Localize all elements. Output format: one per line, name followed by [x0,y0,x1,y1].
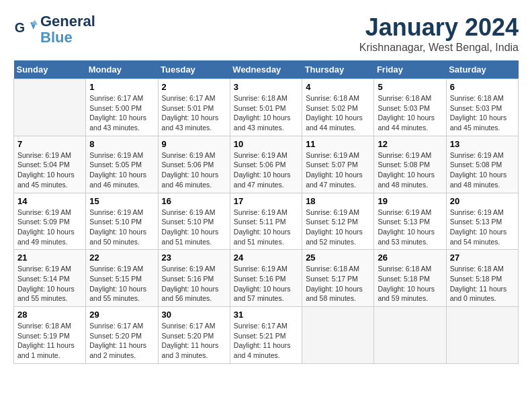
logo-icon: G [13,17,38,42]
weekday-header-saturday: Saturday [446,60,518,79]
calendar-cell: 10Sunrise: 6:19 AM Sunset: 5:06 PM Dayli… [230,136,302,193]
day-number: 23 [162,253,226,263]
day-info: Sunrise: 6:19 AM Sunset: 5:07 PM Dayligh… [306,150,370,190]
weekday-header-friday: Friday [374,60,446,79]
day-number: 24 [234,253,298,263]
calendar-title: January 2024 [359,13,519,42]
calendar-cell: 21Sunrise: 6:19 AM Sunset: 5:14 PM Dayli… [14,250,86,307]
day-number: 14 [17,196,82,206]
day-info: Sunrise: 6:19 AM Sunset: 5:08 PM Dayligh… [450,150,515,190]
calendar-cell: 9Sunrise: 6:19 AM Sunset: 5:06 PM Daylig… [158,136,230,193]
calendar-cell: 22Sunrise: 6:19 AM Sunset: 5:15 PM Dayli… [86,250,158,307]
title-block: January 2024 Krishnanagar, West Bengal, … [359,13,519,54]
svg-text:G: G [15,20,25,35]
day-info: Sunrise: 6:19 AM Sunset: 5:04 PM Dayligh… [17,150,82,190]
calendar-cell: 17Sunrise: 6:19 AM Sunset: 5:11 PM Dayli… [230,193,302,250]
calendar-cell: 20Sunrise: 6:19 AM Sunset: 5:13 PM Dayli… [446,193,518,250]
day-info: Sunrise: 6:17 AM Sunset: 5:00 PM Dayligh… [89,93,154,133]
day-info: Sunrise: 6:19 AM Sunset: 5:16 PM Dayligh… [234,264,298,304]
calendar-subtitle: Krishnanagar, West Bengal, India [359,42,519,54]
day-number: 18 [306,196,370,206]
day-number: 21 [17,253,82,263]
day-number: 26 [378,253,442,263]
calendar-week-5: 28Sunrise: 6:18 AM Sunset: 5:19 PM Dayli… [14,307,519,364]
day-info: Sunrise: 6:18 AM Sunset: 5:01 PM Dayligh… [234,93,298,133]
day-number: 6 [450,82,515,92]
day-info: Sunrise: 6:19 AM Sunset: 5:06 PM Dayligh… [234,150,298,190]
day-info: Sunrise: 6:19 AM Sunset: 5:12 PM Dayligh… [306,208,370,247]
calendar-week-4: 21Sunrise: 6:19 AM Sunset: 5:14 PM Dayli… [14,250,519,307]
calendar-cell: 31Sunrise: 6:17 AM Sunset: 5:21 PM Dayli… [230,307,302,364]
calendar-cell: 18Sunrise: 6:19 AM Sunset: 5:12 PM Dayli… [302,193,374,250]
logo: G General Blue [13,13,95,46]
weekday-header-tuesday: Tuesday [158,60,230,79]
calendar-body: 1Sunrise: 6:17 AM Sunset: 5:00 PM Daylig… [14,79,519,364]
day-number: 29 [89,310,154,320]
day-number: 13 [450,139,515,149]
header: G General Blue January 2024 Krishnanagar… [13,13,519,54]
day-number: 8 [89,139,154,149]
calendar-cell: 1Sunrise: 6:17 AM Sunset: 5:00 PM Daylig… [86,79,158,136]
day-number: 7 [17,139,82,149]
day-info: Sunrise: 6:17 AM Sunset: 5:20 PM Dayligh… [89,321,154,361]
calendar-cell: 27Sunrise: 6:18 AM Sunset: 5:18 PM Dayli… [446,250,518,307]
calendar-cell: 5Sunrise: 6:18 AM Sunset: 5:03 PM Daylig… [374,79,446,136]
calendar-cell [14,79,86,136]
day-info: Sunrise: 6:19 AM Sunset: 5:06 PM Dayligh… [162,150,226,190]
day-info: Sunrise: 6:19 AM Sunset: 5:13 PM Dayligh… [450,208,515,247]
day-number: 10 [234,139,298,149]
day-info: Sunrise: 6:17 AM Sunset: 5:01 PM Dayligh… [162,93,226,133]
day-info: Sunrise: 6:18 AM Sunset: 5:19 PM Dayligh… [17,321,82,361]
calendar-cell: 19Sunrise: 6:19 AM Sunset: 5:13 PM Dayli… [374,193,446,250]
day-info: Sunrise: 6:19 AM Sunset: 5:16 PM Dayligh… [162,264,226,304]
weekday-header-monday: Monday [86,60,158,79]
day-info: Sunrise: 6:17 AM Sunset: 5:20 PM Dayligh… [162,321,226,361]
day-number: 22 [89,253,154,263]
day-info: Sunrise: 6:19 AM Sunset: 5:05 PM Dayligh… [89,150,154,190]
day-number: 11 [306,139,370,149]
calendar-cell: 3Sunrise: 6:18 AM Sunset: 5:01 PM Daylig… [230,79,302,136]
calendar-cell: 4Sunrise: 6:18 AM Sunset: 5:02 PM Daylig… [302,79,374,136]
day-info: Sunrise: 6:18 AM Sunset: 5:03 PM Dayligh… [450,93,515,133]
day-number: 20 [450,196,515,206]
calendar-week-1: 1Sunrise: 6:17 AM Sunset: 5:00 PM Daylig… [14,79,519,136]
day-info: Sunrise: 6:19 AM Sunset: 5:15 PM Dayligh… [89,264,154,304]
calendar-cell [302,307,374,364]
weekday-header-thursday: Thursday [302,60,374,79]
day-info: Sunrise: 6:19 AM Sunset: 5:09 PM Dayligh… [17,208,82,247]
day-number: 19 [378,196,442,206]
weekday-header-sunday: Sunday [14,60,86,79]
day-number: 31 [234,310,298,320]
day-info: Sunrise: 6:19 AM Sunset: 5:10 PM Dayligh… [89,208,154,247]
day-info: Sunrise: 6:18 AM Sunset: 5:02 PM Dayligh… [306,93,370,133]
day-info: Sunrise: 6:18 AM Sunset: 5:17 PM Dayligh… [306,264,370,304]
calendar-cell: 25Sunrise: 6:18 AM Sunset: 5:17 PM Dayli… [302,250,374,307]
calendar-week-2: 7Sunrise: 6:19 AM Sunset: 5:04 PM Daylig… [14,136,519,193]
calendar-cell: 12Sunrise: 6:19 AM Sunset: 5:08 PM Dayli… [374,136,446,193]
day-number: 17 [234,196,298,206]
weekday-header-wednesday: Wednesday [230,60,302,79]
calendar-cell: 11Sunrise: 6:19 AM Sunset: 5:07 PM Dayli… [302,136,374,193]
day-number: 5 [378,82,442,92]
day-number: 25 [306,253,370,263]
calendar-cell: 2Sunrise: 6:17 AM Sunset: 5:01 PM Daylig… [158,79,230,136]
calendar-cell: 23Sunrise: 6:19 AM Sunset: 5:16 PM Dayli… [158,250,230,307]
weekday-header-row: SundayMondayTuesdayWednesdayThursdayFrid… [14,60,519,79]
day-info: Sunrise: 6:18 AM Sunset: 5:03 PM Dayligh… [378,93,442,133]
calendar-cell: 26Sunrise: 6:18 AM Sunset: 5:18 PM Dayli… [374,250,446,307]
day-number: 30 [162,310,226,320]
calendar-cell: 16Sunrise: 6:19 AM Sunset: 5:10 PM Dayli… [158,193,230,250]
calendar-cell: 7Sunrise: 6:19 AM Sunset: 5:04 PM Daylig… [14,136,86,193]
day-info: Sunrise: 6:19 AM Sunset: 5:10 PM Dayligh… [162,208,226,247]
day-number: 27 [450,253,515,263]
calendar-cell: 29Sunrise: 6:17 AM Sunset: 5:20 PM Dayli… [86,307,158,364]
logo-line2: Blue [40,30,95,46]
calendar-cell: 13Sunrise: 6:19 AM Sunset: 5:08 PM Dayli… [446,136,518,193]
day-number: 1 [89,82,154,92]
day-number: 28 [17,310,82,320]
calendar-cell: 6Sunrise: 6:18 AM Sunset: 5:03 PM Daylig… [446,79,518,136]
day-number: 9 [162,139,226,149]
day-number: 4 [306,82,370,92]
calendar-cell [374,307,446,364]
day-info: Sunrise: 6:18 AM Sunset: 5:18 PM Dayligh… [378,264,442,304]
